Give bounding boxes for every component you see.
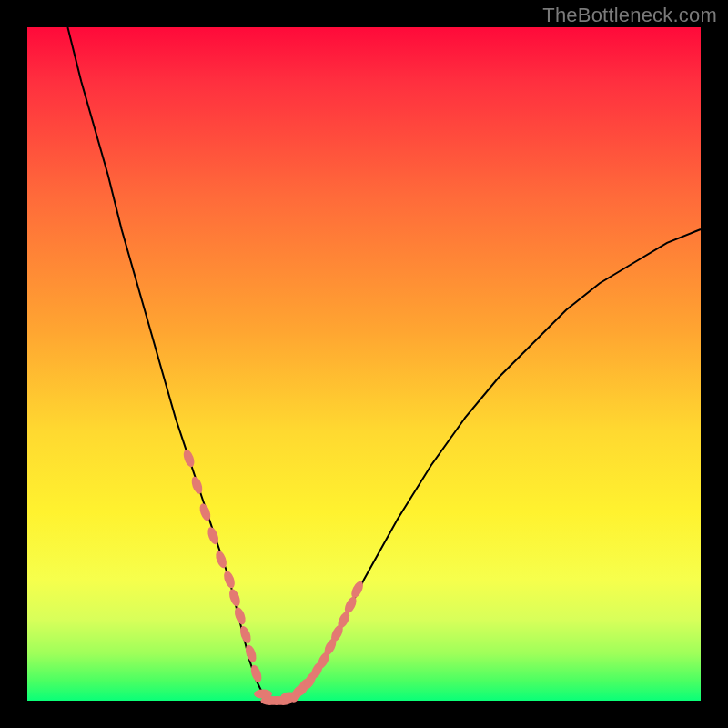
curve-marker [189, 475, 204, 495]
plot-area [27, 27, 701, 701]
curve-marker [214, 549, 228, 569]
markers-left-branch [181, 448, 263, 683]
curve-marker [197, 502, 212, 522]
curve-svg [27, 27, 701, 701]
outer-frame: TheBottleneck.com [0, 0, 728, 728]
watermark-text: TheBottleneck.com [542, 4, 717, 27]
curve-marker [206, 526, 220, 546]
bottleneck-curve [67, 27, 701, 701]
curve-marker [228, 588, 242, 608]
markers-right-branch [288, 580, 366, 704]
curve-marker [222, 570, 237, 590]
curve-marker [233, 606, 248, 626]
curve-marker [181, 448, 196, 468]
curve-marker [238, 624, 253, 644]
